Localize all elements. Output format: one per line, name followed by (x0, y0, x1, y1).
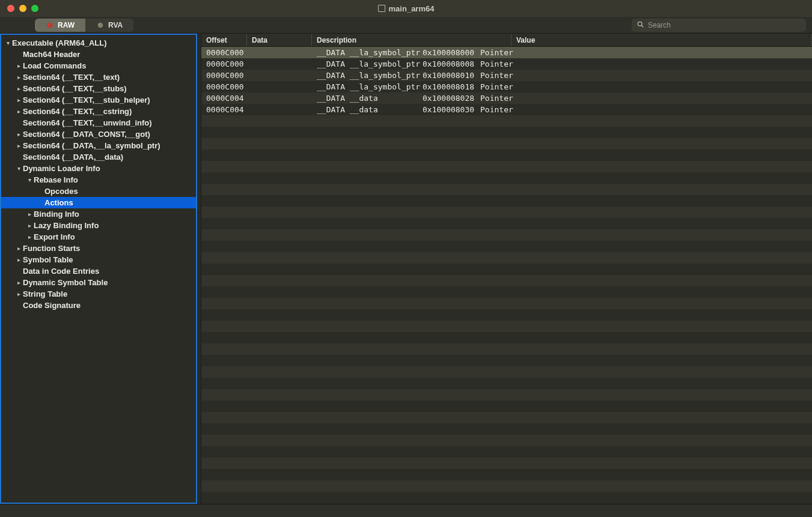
svg-line-5 (641, 25, 643, 27)
sidebar-item[interactable]: ▸Section64 (__TEXT,__cstring) (1, 106, 196, 117)
disclosure-right-icon[interactable]: ▸ (14, 62, 23, 69)
table-row[interactable]: 0000C004__DATA __data0x100008030Pointer (201, 104, 812, 115)
sidebar-item[interactable]: ▸Section64 (__TEXT,__stub_helper) (1, 94, 196, 106)
toolbar: RAW RVA (0, 17, 812, 34)
table-row[interactable]: 0000C000__DATA __la_symbol_ptr0x10000801… (201, 70, 812, 81)
sidebar-item[interactable]: ▸Section64 (__TEXT,__stubs) (1, 83, 196, 94)
table-row-empty (201, 435, 812, 446)
sidebar-item[interactable]: ▾Rebase Info (1, 174, 196, 186)
sidebar-item-label: Export Info (34, 232, 75, 241)
sidebar-item-label: Dynamic Symbol Table (23, 278, 108, 287)
sidebar-item[interactable]: Opcodes (1, 186, 196, 197)
disclosure-down-icon[interactable]: ▾ (14, 165, 23, 172)
disclosure-right-icon[interactable]: ▸ (14, 108, 23, 115)
disclosure-right-icon[interactable]: ▸ (14, 256, 23, 263)
disclosure-right-icon[interactable]: ▸ (25, 211, 34, 217)
table-row-empty (201, 321, 812, 332)
sidebar-item[interactable]: ▸Symbol Table (1, 254, 196, 265)
sidebar-item-label: Opcodes (44, 187, 78, 196)
table-body[interactable]: 0000C000__DATA __la_symbol_ptr0x10000800… (201, 47, 812, 504)
sidebar-item[interactable]: ▸String Table (1, 288, 196, 300)
sidebar-item-label: String Table (23, 289, 67, 298)
disclosure-down-icon[interactable]: ▾ (4, 40, 12, 46)
table-row-empty (201, 458, 812, 469)
disclosure-down-icon[interactable]: ▾ (25, 177, 34, 183)
sidebar-item[interactable]: ▸Function Starts (1, 243, 196, 254)
sidebar-item[interactable]: ▸Dynamic Symbol Table (1, 277, 196, 288)
sidebar-item[interactable]: Section64 (__DATA,__data) (1, 151, 196, 163)
cell-value: Pointer (475, 48, 812, 57)
col-description[interactable]: Description (312, 34, 511, 46)
maximize-window-button[interactable] (31, 5, 38, 12)
cell-address: 0x100008010 (418, 71, 475, 80)
sidebar-item-label: Section64 (__TEXT,__stubs) (23, 84, 127, 93)
table-row-empty (201, 446, 812, 458)
table-row-empty (201, 389, 812, 401)
search-field-wrap[interactable] (632, 19, 806, 32)
tab-raw[interactable]: RAW (35, 19, 85, 32)
tab-rva[interactable]: RVA (85, 19, 133, 32)
cell-value: Pointer (475, 82, 812, 91)
sidebar-item-label: Section64 (__TEXT,__text) (23, 73, 120, 82)
col-data[interactable]: Data (247, 34, 312, 46)
table-row-empty (201, 378, 812, 389)
cell-offset: 0000C004 (201, 94, 247, 103)
sidebar-item[interactable]: ▸Section64 (__TEXT,__text) (1, 71, 196, 83)
table-row-empty (201, 218, 812, 229)
sidebar-item[interactable]: ▾Dynamic Loader Info (1, 163, 196, 174)
sidebar-item-label: Section64 (__DATA,__la_symbol_ptr) (23, 141, 160, 150)
close-window-button[interactable] (7, 5, 14, 12)
sidebar-item[interactable]: Section64 (__TEXT,__unwind_info) (1, 117, 196, 128)
table-row[interactable]: 0000C004__DATA __data0x100008028Pointer (201, 92, 812, 104)
sidebar-item[interactable]: Data in Code Entries (1, 265, 196, 277)
cell-offset: 0000C000 (201, 48, 247, 57)
table-row-empty (201, 298, 812, 309)
disclosure-right-icon[interactable]: ▸ (14, 85, 23, 92)
sidebar-item-label: Load Commands (23, 61, 86, 70)
table-row[interactable]: 0000C000__DATA __la_symbol_ptr0x10000800… (201, 47, 812, 58)
table-row-empty (201, 241, 812, 252)
sidebar-item-label: Section64 (__DATA,__data) (23, 153, 123, 162)
disclosure-right-icon[interactable]: ▸ (25, 234, 34, 240)
window-controls (0, 5, 38, 12)
table-row-empty (201, 264, 812, 275)
disclosure-right-icon[interactable]: ▸ (14, 279, 23, 286)
sidebar-item[interactable]: ▸Load Commands (1, 60, 196, 71)
sidebar-item[interactable]: Actions (1, 197, 196, 208)
status-bar (0, 504, 812, 517)
table-row-empty (201, 492, 812, 503)
disclosure-right-icon[interactable]: ▸ (14, 97, 23, 103)
table-header: Offset Data Description Value (201, 34, 812, 47)
disclosure-right-icon[interactable]: ▸ (14, 291, 23, 297)
disclosure-right-icon[interactable]: ▸ (14, 74, 23, 80)
sidebar-item[interactable]: Code Signature (1, 300, 196, 311)
sidebar-item-label: Executable (ARM64_ALL) (12, 38, 106, 47)
sidebar-item[interactable]: ▸Section64 (__DATA_CONST,__got) (1, 128, 196, 140)
table-row[interactable]: 0000C000__DATA __la_symbol_ptr0x10000801… (201, 81, 812, 92)
disclosure-right-icon[interactable]: ▸ (14, 142, 23, 149)
sidebar-item-label: Section64 (__TEXT,__stub_helper) (23, 95, 150, 104)
minimize-window-button[interactable] (19, 5, 26, 12)
sidebar-item[interactable]: ▸Section64 (__DATA,__la_symbol_ptr) (1, 140, 196, 151)
disclosure-right-icon[interactable]: ▸ (14, 245, 23, 252)
col-offset[interactable]: Offset (201, 34, 247, 46)
search-input[interactable] (648, 21, 801, 29)
col-value[interactable]: Value (511, 34, 812, 46)
disclosure-right-icon[interactable]: ▸ (14, 131, 23, 138)
disclosure-right-icon[interactable]: ▸ (25, 222, 34, 229)
sidebar-item[interactable]: ▸Lazy Binding Info (1, 220, 196, 231)
sidebar-item[interactable]: ▾Executable (ARM64_ALL) (1, 37, 196, 49)
cell-address: 0x100008000 (418, 48, 475, 57)
sidebar[interactable]: ▾Executable (ARM64_ALL)Mach64 Header▸Loa… (0, 34, 197, 504)
cell-offset: 0000C004 (201, 105, 247, 114)
svg-point-1 (48, 23, 49, 25)
window-title-text: main_arm64 (389, 4, 435, 13)
table-row-empty (201, 127, 812, 138)
table-row-empty (201, 309, 812, 321)
sidebar-item[interactable]: Mach64 Header (1, 49, 196, 60)
sidebar-item-label: Section64 (__TEXT,__cstring) (23, 107, 132, 116)
table-row[interactable]: 0000C000__DATA __la_symbol_ptr0x10000800… (201, 58, 812, 70)
sidebar-item-label: Dynamic Loader Info (23, 164, 100, 173)
sidebar-item[interactable]: ▸Export Info (1, 231, 196, 243)
sidebar-item[interactable]: ▸Binding Info (1, 208, 196, 220)
